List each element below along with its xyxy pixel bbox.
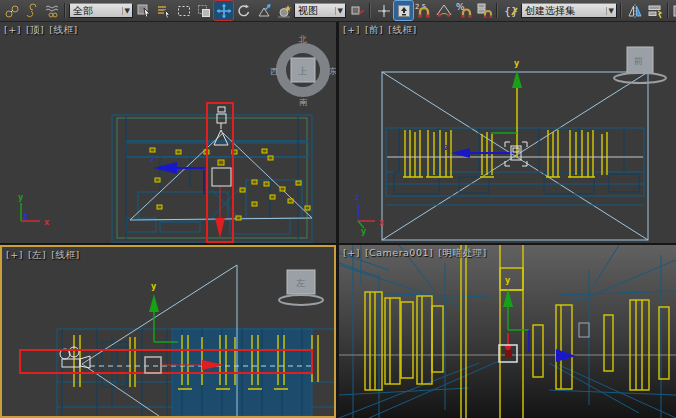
svg-text:x: x [379, 218, 385, 227]
main-toolbar: 全部 ▼ 视图 ▼ [0, 0, 676, 22]
viewport-menu-button[interactable]: [+] [4, 24, 21, 37]
named-selection-set-dropdown[interactable]: 创建选择集 ▼ [521, 3, 617, 18]
svg-text:{}: {} [504, 5, 518, 18]
svg-text:z: z [444, 143, 449, 152]
svg-text:前: 前 [634, 56, 643, 66]
spinner-snap-icon[interactable] [474, 1, 493, 20]
select-and-move-icon[interactable] [214, 1, 233, 20]
svg-text:北: 北 [298, 35, 307, 44]
svg-text:z: z [355, 193, 360, 202]
svg-text:z: z [23, 212, 28, 221]
transform-gizmo: y z [444, 59, 522, 158]
viewport-menu-button[interactable]: [+] [6, 249, 23, 262]
unlink-selection-icon[interactable] [22, 1, 41, 20]
viewport-shading-button[interactable]: [明暗处理] [438, 247, 486, 260]
window-crossing-icon[interactable] [194, 1, 213, 20]
angle-snap-icon[interactable] [434, 1, 453, 20]
viewport-left-canvas[interactable]: y 左 [2, 247, 334, 416]
viewport-top[interactable]: [+] [顶] [线框] [0, 22, 336, 243]
named-selection-set-value: 创建选择集 [525, 4, 604, 18]
3dsmax-window: 全部 ▼ 视图 ▼ [0, 0, 676, 418]
keyboard-shortcut-override-icon[interactable] [394, 1, 413, 20]
chevron-down-icon: ▼ [122, 7, 132, 15]
svg-text:西: 西 [270, 67, 278, 76]
snap-toggle-icon[interactable]: 2.5 [414, 1, 433, 20]
viewport-left-active[interactable]: [+] [左] [线框] [0, 245, 336, 418]
selection-filter-dropdown[interactable]: 全部 ▼ [69, 3, 133, 18]
select-object-icon[interactable] [134, 1, 153, 20]
selected-light-object [212, 107, 231, 186]
viewport-menu-button[interactable]: [+] [343, 24, 360, 37]
toolbar-separator [620, 3, 622, 18]
select-by-name-icon[interactable] [154, 1, 173, 20]
svg-text:y: y [151, 282, 157, 291]
viewport-left-label: [+] [左] [线框] [6, 249, 80, 262]
scene-objects-yellow [365, 245, 669, 418]
viewport-view-button[interactable]: [顶] [26, 24, 44, 37]
align-icon[interactable] [645, 1, 664, 20]
svg-text:y: y [505, 276, 511, 285]
use-pivot-center-icon[interactable] [347, 1, 366, 20]
chevron-down-icon: ▼ [335, 7, 345, 15]
svg-text:y: y [361, 227, 367, 236]
svg-text:南: 南 [299, 98, 308, 107]
select-and-place-icon[interactable] [274, 1, 293, 20]
svg-text:x: x [44, 218, 50, 227]
toolbar-separator [369, 3, 371, 18]
svg-text:东: 东 [329, 67, 336, 76]
transform-gizmo: y [499, 276, 576, 362]
select-and-scale-icon[interactable] [254, 1, 273, 20]
camera-frustum [382, 72, 648, 240]
viewport-shading-button[interactable]: [线框] [51, 249, 79, 262]
coord-system-value: 视图 [298, 4, 333, 18]
viewport-front-canvas[interactable]: y z 前 z x [339, 22, 676, 243]
toolbar-separator [667, 3, 669, 18]
camera-target-arrow: z [150, 155, 205, 194]
select-and-rotate-icon[interactable] [234, 1, 253, 20]
viewcube[interactable]: 上 北 东 南 西 [270, 35, 336, 107]
viewport-top-label: [+] [顶] [线框] [4, 24, 78, 37]
viewport-shading-button[interactable]: [线框] [49, 24, 77, 37]
svg-text:上: 上 [298, 66, 307, 76]
rectangular-selection-region-icon[interactable] [174, 1, 193, 20]
viewport-view-button[interactable]: [Camera001] [365, 247, 433, 260]
select-and-manipulate-icon[interactable] [374, 1, 393, 20]
percent-snap-icon[interactable]: % [454, 1, 473, 20]
viewport-view-button[interactable]: [左] [28, 249, 46, 262]
toolbar-separator [496, 3, 498, 18]
viewport-shading-button[interactable]: [线框] [388, 24, 416, 37]
svg-text:y: y [18, 193, 24, 202]
mirror-icon[interactable] [625, 1, 644, 20]
viewport-camera-canvas[interactable]: y [339, 245, 676, 418]
svg-text:y: y [514, 59, 520, 68]
world-axis-tripod: z x y [355, 193, 385, 236]
svg-text:左: 左 [296, 278, 305, 288]
selection-region [207, 103, 233, 242]
edit-named-selection-sets-icon[interactable]: {} [501, 1, 520, 20]
viewport-camera[interactable]: [+] [Camera001] [明暗处理] [339, 245, 676, 418]
world-axis-tripod: y x z [18, 193, 50, 227]
viewport-front-label: [+] [前] [线框] [343, 24, 417, 37]
viewport-view-button[interactable]: [前] [365, 24, 383, 37]
svg-text:z: z [150, 155, 155, 164]
viewport-front[interactable]: [+] [前] [线框] [339, 22, 676, 243]
chevron-down-icon: ▼ [606, 7, 616, 15]
viewport-top-canvas[interactable]: z 上 北 东 南 西 y x z [0, 22, 336, 243]
select-and-link-icon[interactable] [2, 1, 21, 20]
viewport-camera-label: [+] [Camera001] [明暗处理] [343, 247, 487, 260]
selection-filter-value: 全部 [73, 4, 120, 18]
toolbar-separator [64, 3, 66, 18]
bind-to-space-warp-icon[interactable] [42, 1, 61, 20]
layer-manager-icon[interactable] [672, 1, 676, 20]
room-wireframe [386, 128, 644, 205]
viewcube[interactable]: 左 [279, 270, 323, 305]
viewport-menu-button[interactable]: [+] [343, 247, 360, 260]
reference-coordinate-system-dropdown[interactable]: 视图 ▼ [294, 3, 346, 18]
